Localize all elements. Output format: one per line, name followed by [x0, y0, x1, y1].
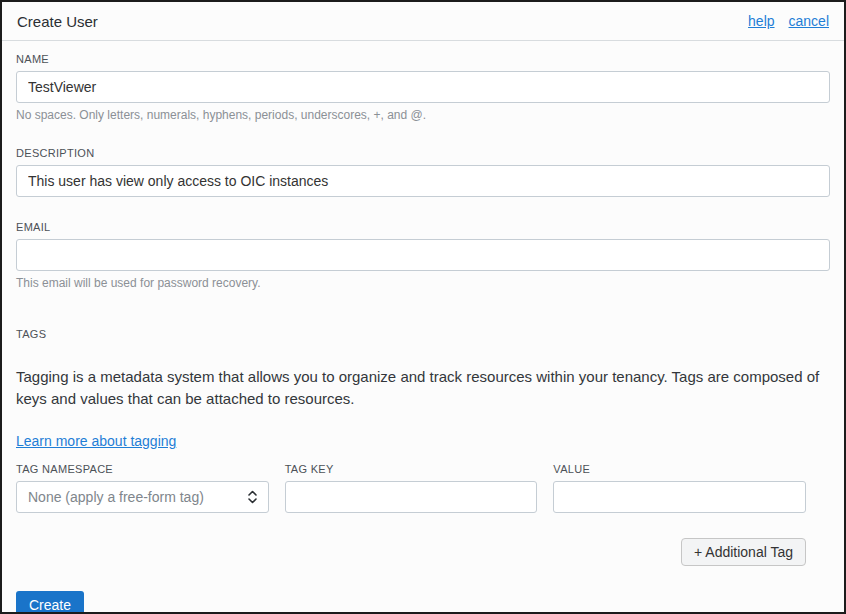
tag-value-input[interactable] — [553, 481, 806, 513]
email-input[interactable] — [16, 239, 830, 271]
dialog-footer: Create — [2, 566, 844, 614]
tag-namespace-select[interactable]: None (apply a free-form tag) — [16, 481, 269, 513]
dialog-header: Create User help cancel — [2, 2, 844, 41]
additional-tag-button[interactable]: + Additional Tag — [681, 538, 806, 566]
additional-tag-row: + Additional Tag — [16, 538, 806, 566]
tag-key-label: TAG KEY — [285, 463, 538, 475]
name-input[interactable] — [16, 71, 830, 103]
header-links: help cancel — [748, 13, 829, 29]
tag-namespace-selected-value: None (apply a free-form tag) — [28, 489, 204, 505]
tags-intro-text: Tagging is a metadata system that allows… — [16, 366, 830, 410]
email-field-group: EMAIL This email will be used for passwo… — [16, 221, 830, 290]
create-button[interactable]: Create — [16, 591, 84, 614]
tag-row: TAG NAMESPACE None (apply a free-form ta… — [16, 463, 806, 513]
cancel-link[interactable]: cancel — [789, 13, 829, 29]
page-title: Create User — [17, 13, 98, 30]
tag-namespace-label: TAG NAMESPACE — [16, 463, 269, 475]
email-helper-text: This email will be used for password rec… — [16, 276, 830, 290]
help-link[interactable]: help — [748, 13, 774, 29]
name-helper-text: No spaces. Only letters, numerals, hyphe… — [16, 108, 830, 122]
tag-value-column: VALUE — [553, 463, 806, 513]
tags-section-label: TAGS — [16, 328, 830, 340]
email-label: EMAIL — [16, 221, 830, 233]
tag-key-column: TAG KEY — [285, 463, 538, 513]
name-field-group: NAME No spaces. Only letters, numerals, … — [16, 53, 830, 122]
tag-key-input[interactable] — [285, 481, 538, 513]
name-label: NAME — [16, 53, 830, 65]
form-content: NAME No spaces. Only letters, numerals, … — [2, 53, 844, 566]
description-label: DESCRIPTION — [16, 147, 830, 159]
tag-namespace-column: TAG NAMESPACE None (apply a free-form ta… — [16, 463, 269, 513]
learn-more-tagging-link[interactable]: Learn more about tagging — [16, 433, 176, 449]
description-input[interactable] — [16, 165, 830, 197]
select-spinner-icon — [247, 489, 258, 505]
description-field-group: DESCRIPTION — [16, 147, 830, 197]
tag-value-label: VALUE — [553, 463, 806, 475]
